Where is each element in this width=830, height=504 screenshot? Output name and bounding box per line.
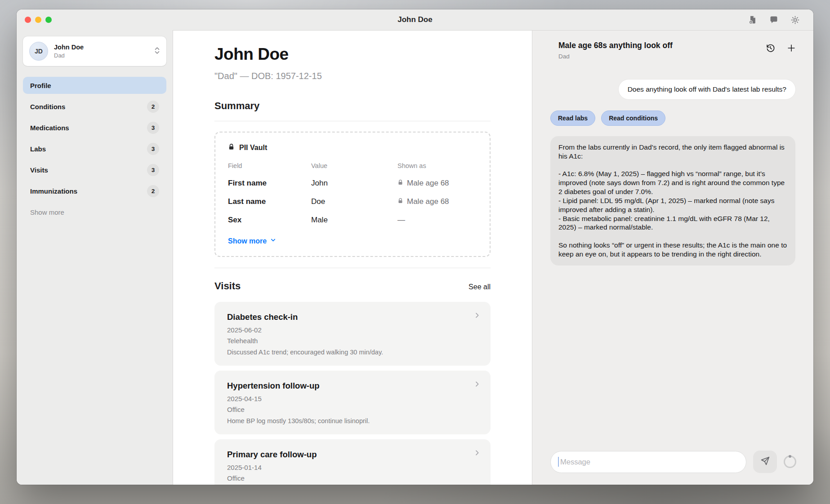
message-input-field[interactable] xyxy=(560,458,739,466)
user-message-bubble: Does anything look off with Dad's latest… xyxy=(619,80,795,99)
pii-row-shown-as: Male age 68 xyxy=(397,179,477,188)
profile-selector[interactable]: JD John Doe Dad xyxy=(23,36,166,66)
assistant-message-bubble: From the labs currently in Dad’s record,… xyxy=(550,136,795,265)
text-caret xyxy=(558,457,559,467)
sidebar-item-profile[interactable]: Profile xyxy=(23,77,166,94)
new-chat-plus-icon[interactable] xyxy=(786,43,796,55)
sidebar-item-visits[interactable]: Visits 3 xyxy=(23,161,166,178)
sidebar-item-label: Show more xyxy=(30,208,64,216)
sidebar-item-label: Visits xyxy=(30,166,48,174)
add-document-icon[interactable] xyxy=(748,15,757,24)
visit-note: Home BP log mostly 130s/80s; continue li… xyxy=(227,417,478,424)
sidebar-item-label: Medications xyxy=(30,124,69,132)
pii-row-field: Last name xyxy=(228,197,311,206)
chat-title: Male age 68s anything look off xyxy=(558,41,673,50)
chevron-up-down-icon xyxy=(154,46,160,57)
visit-date: 2025-06-02 xyxy=(227,326,478,334)
chat-panel: Male age 68s anything look off Dad xyxy=(532,30,813,485)
visit-date: 2025-04-15 xyxy=(227,395,478,402)
pii-vault-card: PII Vault Field Value Shown as First nam… xyxy=(214,132,491,257)
visits-heading: Visits xyxy=(214,280,241,292)
pii-show-more-link[interactable]: Show more xyxy=(228,237,277,245)
message-input[interactable] xyxy=(550,451,746,473)
profile-page: John Doe "Dad" — DOB: 1957-12-15 Summary… xyxy=(173,30,532,485)
page-subtitle: "Dad" — DOB: 1957-12-15 xyxy=(214,71,491,81)
pii-row-value: Male xyxy=(311,216,397,225)
app-window: John Doe xyxy=(17,9,813,485)
count-badge: 2 xyxy=(147,101,159,113)
summary-heading: Summary xyxy=(214,100,491,112)
sidebar-item-label: Immunizations xyxy=(30,187,77,195)
see-all-link[interactable]: See all xyxy=(469,283,491,291)
pii-row-value: John xyxy=(311,179,397,188)
lock-icon xyxy=(228,143,235,152)
window-title: John Doe xyxy=(17,15,813,24)
sidebar-item-immunizations[interactable]: Immunizations 2 xyxy=(23,182,166,199)
sidebar: JD John Doe Dad Profile Conditions 2 xyxy=(17,30,173,485)
titlebar: John Doe xyxy=(17,9,813,30)
settings-gear-icon[interactable] xyxy=(790,15,800,25)
divider xyxy=(214,121,491,121)
chat-subtitle: Dad xyxy=(558,53,673,60)
visit-note: Discussed A1c trend; encouraged walking … xyxy=(227,349,478,356)
page-title: John Doe xyxy=(214,45,491,64)
history-icon[interactable] xyxy=(765,43,776,55)
pii-row-field: Sex xyxy=(228,216,311,225)
paper-plane-icon xyxy=(760,456,770,467)
sidebar-item-label: Conditions xyxy=(30,103,65,111)
chevron-right-icon xyxy=(473,312,481,321)
sidebar-item-conditions[interactable]: Conditions 2 xyxy=(23,98,166,115)
count-badge: 3 xyxy=(147,164,159,176)
visit-title: Diabetes check-in xyxy=(227,312,478,322)
visit-location: Office xyxy=(227,406,478,413)
visit-location: Office xyxy=(227,474,478,482)
chat-bubble-icon[interactable] xyxy=(769,15,778,24)
chevron-right-icon xyxy=(473,380,481,389)
sidebar-item-label: Labs xyxy=(30,145,46,153)
pii-vault-title: PII Vault xyxy=(239,144,267,152)
divider xyxy=(214,268,491,268)
pii-row-field: First name xyxy=(228,179,311,188)
chevron-right-icon xyxy=(473,449,481,458)
count-badge: 2 xyxy=(147,185,159,197)
visit-card[interactable]: Hypertension follow-up 2025-04-15 Office… xyxy=(214,371,491,434)
tool-chip-read-conditions[interactable]: Read conditions xyxy=(601,111,665,126)
column-header-value: Value xyxy=(311,162,397,169)
pii-row-shown-as: Male age 68 xyxy=(397,197,477,206)
avatar: JD xyxy=(29,42,48,61)
sidebar-item-labs[interactable]: Labs 3 xyxy=(23,140,166,157)
column-header-field: Field xyxy=(228,162,311,169)
loading-spinner xyxy=(784,455,796,468)
tool-chip-read-labs[interactable]: Read labs xyxy=(550,111,595,126)
visit-title: Hypertension follow-up xyxy=(227,381,478,391)
visit-location: Telehealth xyxy=(227,337,478,345)
count-badge: 3 xyxy=(147,122,159,134)
sidebar-item-medications[interactable]: Medications 3 xyxy=(23,119,166,136)
profile-name: John Doe xyxy=(54,44,84,51)
visit-card[interactable]: Diabetes check-in 2025-06-02 Telehealth … xyxy=(214,302,491,366)
column-header-shown-as: Shown as xyxy=(397,162,477,169)
lock-icon xyxy=(397,197,403,206)
send-button[interactable] xyxy=(753,451,777,473)
sidebar-item-label: Profile xyxy=(30,82,51,89)
chevron-down-icon xyxy=(270,237,277,245)
profile-subtitle: Dad xyxy=(54,52,84,59)
chat-messages: Does anything look off with Dad's latest… xyxy=(532,60,813,451)
sidebar-item-show-more[interactable]: Show more xyxy=(23,203,166,221)
pii-row-value: Doe xyxy=(311,197,397,206)
count-badge: 3 xyxy=(147,143,159,155)
visit-title: Primary care follow-up xyxy=(227,450,478,460)
pii-row-shown-as: — xyxy=(397,216,477,225)
visit-card[interactable]: Primary care follow-up 2025-01-14 Office… xyxy=(214,439,491,485)
visit-date: 2025-01-14 xyxy=(227,464,478,471)
lock-icon xyxy=(397,179,403,188)
